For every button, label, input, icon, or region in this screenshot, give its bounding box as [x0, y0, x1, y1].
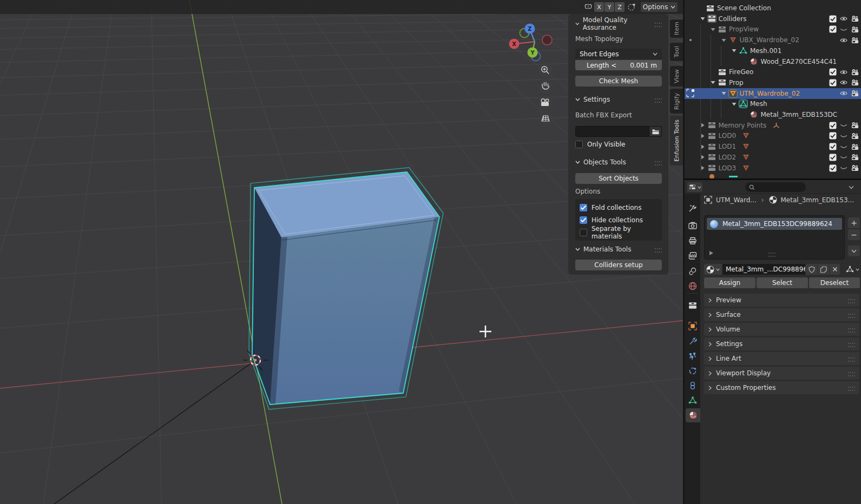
expander-arrow-icon[interactable] [698, 164, 707, 173]
outliner-row-scene-collection[interactable]: Scene Collection [685, 3, 861, 14]
check-mesh-button[interactable]: Check Mesh [575, 76, 662, 87]
drag-handle-icon[interactable] [655, 160, 662, 165]
exclude-checkbox[interactable] [829, 15, 837, 23]
properties-tab-material[interactable] [686, 408, 700, 422]
expander-arrow-icon[interactable] [698, 153, 707, 162]
falloff-icon[interactable] [626, 2, 637, 12]
option-checkbox-row[interactable]: Hide collections [580, 215, 658, 225]
outliner-row-lod3[interactable]: LOD3 [685, 163, 861, 174]
expander-arrow-icon[interactable] [719, 89, 728, 98]
drag-handle-icon[interactable] [848, 342, 855, 347]
properties-tab-object[interactable] [685, 319, 700, 333]
folder-browse-button[interactable] [649, 126, 662, 137]
panel-header-settings[interactable]: Settings [575, 95, 662, 104]
disable-in-renders-icon[interactable] [851, 25, 859, 33]
panel-header-objects-tools[interactable]: Objects Tools [575, 158, 662, 167]
panel-header-model-quality-assurance[interactable]: Model Quality Assurance [575, 19, 662, 28]
disable-in-renders-icon[interactable] [851, 15, 859, 23]
outliner-row-firegeo[interactable]: FireGeo [685, 67, 861, 77]
panel-preview[interactable]: Preview [704, 294, 859, 307]
outliner-row-lod1[interactable]: LOD1 [685, 141, 861, 152]
hide-in-viewport-icon[interactable] [840, 68, 847, 76]
zoom-button[interactable] [538, 63, 553, 77]
hidden-in-viewport-icon[interactable] [840, 143, 847, 150]
drag-handle-icon[interactable] [848, 371, 855, 376]
outliner-row-wood-ea270ce454c41[interactable]: Wood_EA270CE454C41 [685, 56, 861, 67]
remove-slot-button[interactable]: − [848, 229, 860, 240]
copy-material-button[interactable] [818, 264, 829, 275]
sidebar-tab-enfusion-tools[interactable]: Enfusion Tools [670, 116, 683, 165]
hidden-in-viewport-icon[interactable] [840, 164, 847, 172]
checkbox[interactable] [580, 204, 587, 211]
export-path-field[interactable] [575, 126, 662, 137]
outliner-row-colliders[interactable]: Colliders [685, 14, 861, 24]
slot-specials-button[interactable] [848, 246, 860, 256]
deselect-button[interactable]: Deselect [809, 277, 860, 288]
node-tree-button[interactable] [844, 264, 861, 275]
disable-in-renders-icon[interactable] [851, 90, 859, 97]
mirror-y-toggle[interactable]: Y [604, 2, 614, 12]
hidden-in-viewport-icon[interactable] [840, 154, 847, 161]
panel-header-materials-tools[interactable]: Materials Tools [575, 245, 662, 254]
sidebar-tab-view[interactable]: View [670, 66, 683, 87]
properties-tab-modifiers[interactable] [685, 334, 700, 348]
assign-button[interactable]: Assign [704, 277, 755, 288]
unlink-material-button[interactable] [830, 264, 840, 275]
checkbox[interactable] [580, 229, 587, 236]
drag-handle-icon[interactable] [848, 298, 855, 303]
mirror-icon[interactable] [583, 2, 593, 12]
viewport-nav-buttons[interactable] [538, 63, 553, 125]
properties-tab-view-layer[interactable] [685, 249, 700, 263]
material-slot-list[interactable]: Metal_3mm_EDB153DC99889624 [704, 215, 845, 260]
outliner-row-memory-points[interactable]: Memory Points [685, 120, 861, 131]
exclude-checkbox[interactable] [829, 79, 837, 87]
list-resize-handle[interactable] [768, 251, 775, 256]
outliner-row-mesh-001[interactable]: Mesh.001 [685, 45, 861, 56]
panel-surface[interactable]: Surface [704, 308, 859, 321]
gizmo-x-negative-ball[interactable] [542, 35, 552, 45]
exclude-checkbox[interactable] [829, 132, 837, 140]
drag-handle-icon[interactable] [655, 247, 662, 252]
breadcrumb-object[interactable]: UTM_Ward... [716, 196, 757, 204]
hidden-in-viewport-icon[interactable] [840, 25, 847, 33]
drag-handle-icon[interactable] [655, 97, 662, 102]
header-menu-chevron[interactable] [849, 183, 854, 191]
sort-objects-button[interactable]: Sort Objects [575, 173, 662, 184]
expander-arrow-icon[interactable] [698, 142, 707, 151]
disable-in-renders-icon[interactable] [851, 132, 859, 140]
material-name-field[interactable]: Metal_3mm_...DC99889624 [722, 264, 805, 275]
export-path-input[interactable] [575, 126, 649, 137]
pan-button[interactable] [538, 79, 553, 94]
properties-tab-object-data[interactable] [685, 393, 700, 407]
hidden-in-viewport-icon[interactable] [840, 122, 847, 129]
hide-in-viewport-icon[interactable] [840, 15, 847, 23]
sidebar-tab-rigify[interactable]: Rigify [670, 89, 683, 114]
drag-handle-icon[interactable] [848, 327, 855, 332]
outliner-row-propview[interactable]: PropView [685, 24, 861, 35]
properties-editor[interactable]: UTM_Ward... › Metal_3mm_EDB153... Metal_… [685, 180, 861, 504]
disable-in-renders-icon[interactable] [851, 79, 859, 87]
outliner-row-lod0[interactable]: LOD0 [685, 130, 861, 141]
sidebar-tab-item[interactable]: Item [670, 19, 683, 38]
panel-custom-properties[interactable]: Custom Properties [704, 381, 859, 394]
length-threshold-field[interactable]: Length < 0.001 m [575, 60, 662, 70]
outliner-editor[interactable]: Scene CollectionCollidersPropViewUBX_War… [685, 0, 861, 178]
exclude-checkbox[interactable] [829, 164, 837, 172]
properties-tab-constraints[interactable] [685, 379, 700, 393]
outliner-row-ubx-wardrobe-02[interactable]: UBX_Wardrobe_02 [685, 35, 861, 45]
colliders-setup-button[interactable]: Colliders setup [575, 260, 662, 270]
properties-tab-scene[interactable] [685, 264, 700, 278]
breadcrumb-material[interactable]: Metal_3mm_EDB153... [781, 196, 855, 204]
drag-handle-icon[interactable] [848, 356, 855, 361]
drag-handle-icon[interactable] [848, 386, 855, 390]
topology-select[interactable]: Short Edges [575, 49, 662, 59]
expander-arrow-icon[interactable] [698, 131, 707, 140]
properties-tab-collection[interactable] [685, 299, 700, 313]
disable-in-renders-icon[interactable] [851, 143, 859, 150]
material-slot-item[interactable]: Metal_3mm_EDB153DC99889624 [707, 218, 842, 230]
outliner-row-lod2[interactable]: LOD2 [685, 152, 861, 163]
expander-arrow-icon[interactable] [698, 121, 707, 130]
checkbox[interactable] [580, 216, 587, 224]
properties-search[interactable] [745, 182, 806, 192]
viewport-3d[interactable]: X Z Y [0, 0, 683, 504]
